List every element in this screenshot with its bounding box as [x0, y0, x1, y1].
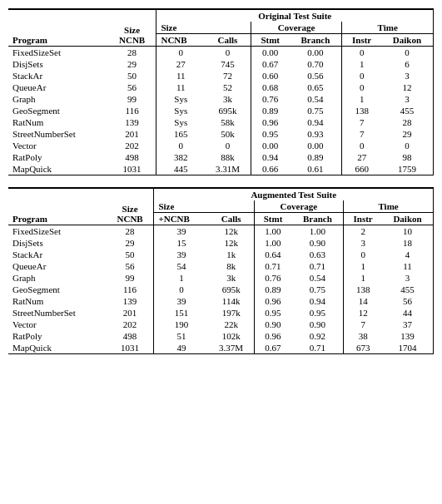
calls-col-2: Calls — [209, 213, 254, 225]
original-test-suite-section: Program SizeNCNB Original Test Suite Siz… — [8, 8, 434, 175]
daikon-col: Daikon — [381, 34, 434, 47]
augmented-test-suite-section: Program SizeNCNB Augmented Test Suite Si… — [8, 187, 434, 354]
table-row: RatPoly49851102k0.960.9238139 — [8, 330, 434, 342]
table-row: FixedSizeSet28000.000.0000 — [8, 47, 434, 59]
table-row: StackAr5011720.600.5603 — [8, 70, 434, 82]
table-row: MapQuick1031493.37M0.670.716731704 — [8, 342, 434, 354]
instr-col: Instr — [342, 34, 381, 47]
table-row: RatNum139Sys58k0.960.94728 — [8, 116, 434, 128]
coverage-subheader-2: Coverage — [254, 200, 344, 213]
size-subheader: Size — [156, 22, 251, 34]
table-row: Vector202000.000.0000 — [8, 140, 434, 151]
table-row: MapQuick10314453.31M0.660.616601759 — [8, 163, 434, 175]
time-subheader: Time — [342, 22, 434, 34]
table-row: QueueAr56548k0.710.71111 — [8, 260, 434, 272]
table-row: RatPoly49838288k0.940.892798 — [8, 151, 434, 163]
plus-ncnb-col: +NCNB — [154, 213, 209, 225]
program-header-2: Program — [8, 188, 107, 225]
stmt-col: Stmt — [251, 34, 289, 47]
table-row: GeoSegment116Sys695k0.890.75138455 — [8, 105, 434, 116]
table-row: GeoSegment1160695k0.890.75138455 — [8, 284, 434, 295]
time-subheader-2: Time — [344, 200, 434, 213]
table-row: QueueAr5611520.680.65012 — [8, 82, 434, 93]
size-subheader-2: Size — [154, 200, 254, 213]
coverage-subheader: Coverage — [251, 22, 342, 34]
augmented-table: Program SizeNCNB Augmented Test Suite Si… — [8, 187, 434, 354]
calls-col: Calls — [205, 34, 251, 47]
table-row: Graph9913k0.760.5413 — [8, 272, 434, 284]
instr-col-2: Instr — [344, 213, 382, 225]
program-header: Program — [8, 9, 108, 47]
original-table: Program SizeNCNB Original Test Suite Siz… — [8, 8, 434, 175]
table-row: StreetNumberSet20116550k0.950.93729 — [8, 128, 434, 140]
branch-col: Branch — [290, 34, 342, 47]
table-row: Graph99Sys3k0.760.5413 — [8, 93, 434, 105]
ncnb-col: NCNB — [156, 34, 205, 47]
table-row: RatNum13939114k0.960.941456 — [8, 295, 434, 307]
size-header-1: SizeNCNB — [108, 9, 156, 47]
table-row: FixedSizeSet283912k1.001.00210 — [8, 225, 434, 238]
augmented-suite-title: Augmented Test Suite — [154, 188, 434, 200]
stmt-col-2: Stmt — [254, 213, 291, 225]
table-row: DisjSets291512k1.000.90318 — [8, 237, 434, 249]
table-row: StackAr50391k0.640.6304 — [8, 249, 434, 260]
size-header-2: SizeNCNB — [107, 188, 154, 225]
table-row: Vector20219022k0.900.90737 — [8, 319, 434, 330]
table-row: StreetNumberSet201151197k0.950.951244 — [8, 307, 434, 319]
original-suite-title: Original Test Suite — [156, 9, 434, 22]
daikon-col-2: Daikon — [382, 213, 433, 225]
branch-col-2: Branch — [291, 213, 343, 225]
table-row: DisjSets29277450.670.7016 — [8, 58, 434, 70]
